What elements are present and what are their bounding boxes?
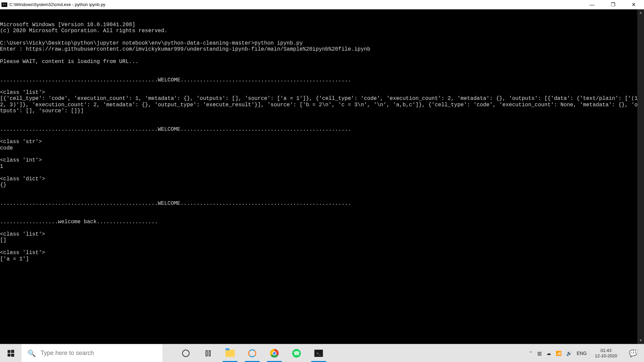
file-explorer-task[interactable]: [220, 344, 240, 362]
system-tray: ⌃ ▥ ☁ 📶 🔊 ENG 01:43 12-10-2020 💬 1: [522, 344, 644, 362]
window-titlebar: C:\ C:\Windows\System32\cmd.exe - python…: [0, 0, 644, 9]
onedrive-icon[interactable]: ☁: [546, 351, 551, 356]
scroll-up-arrow-icon[interactable]: ▲: [637, 9, 644, 16]
windows-logo-icon: [8, 350, 14, 357]
whatsapp-icon: ☎: [292, 349, 301, 358]
minimize-button[interactable]: —: [582, 0, 602, 9]
window-controls: — ❐ ✕: [582, 0, 644, 9]
clock-time: 01:43: [600, 348, 611, 353]
battery-icon[interactable]: ▥: [537, 351, 542, 356]
search-placeholder: Type here to search: [41, 350, 94, 357]
language-indicator[interactable]: ENG: [577, 351, 587, 356]
window-title: C:\Windows\System32\cmd.exe - python ipy…: [9, 2, 582, 7]
folder-icon: [225, 350, 235, 357]
whatsapp-task[interactable]: ☎: [286, 344, 307, 362]
terminal-output[interactable]: Microsoft Windows [Version 10.0.19041.20…: [0, 9, 644, 344]
chrome-task[interactable]: [264, 344, 284, 362]
task-view-button[interactable]: [198, 344, 218, 362]
cortana-button[interactable]: [176, 344, 196, 362]
cmd-window-icon: C:\: [1, 2, 7, 7]
wifi-icon[interactable]: 📶: [556, 351, 561, 356]
tray-overflow-icon[interactable]: ⌃: [529, 351, 533, 356]
terminal-icon: >_: [314, 350, 323, 357]
volume-icon[interactable]: 🔊: [566, 351, 572, 356]
chrome-icon: [270, 349, 279, 358]
scroll-down-arrow-icon[interactable]: ▼: [637, 337, 644, 344]
taskbar-apps: ☎ >_: [162, 344, 522, 362]
start-button[interactable]: [0, 344, 21, 362]
close-button[interactable]: ✕: [623, 0, 644, 9]
clock-date: 12-10-2020: [595, 353, 618, 359]
cortana-icon: [182, 350, 190, 357]
scroll-track[interactable]: [637, 16, 644, 337]
cmd-task[interactable]: >_: [309, 344, 329, 362]
maximize-button[interactable]: ❐: [602, 0, 623, 9]
task-view-icon: [206, 350, 211, 356]
action-center-button[interactable]: 💬 1: [625, 349, 641, 357]
scrollbar[interactable]: ▲ ▼: [637, 9, 644, 344]
search-icon: 🔍: [28, 349, 36, 357]
clock[interactable]: 01:43 12-10-2020: [592, 348, 621, 358]
notification-badge: 1: [633, 349, 638, 354]
loading-ring-icon: [248, 349, 256, 357]
taskbar-search[interactable]: 🔍 Type here to search: [21, 344, 162, 362]
app-task-spinner[interactable]: [242, 344, 262, 362]
taskbar: 🔍 Type here to search ☎ >_ ⌃ ▥ ☁ 📶 🔊 ENG…: [0, 344, 644, 362]
